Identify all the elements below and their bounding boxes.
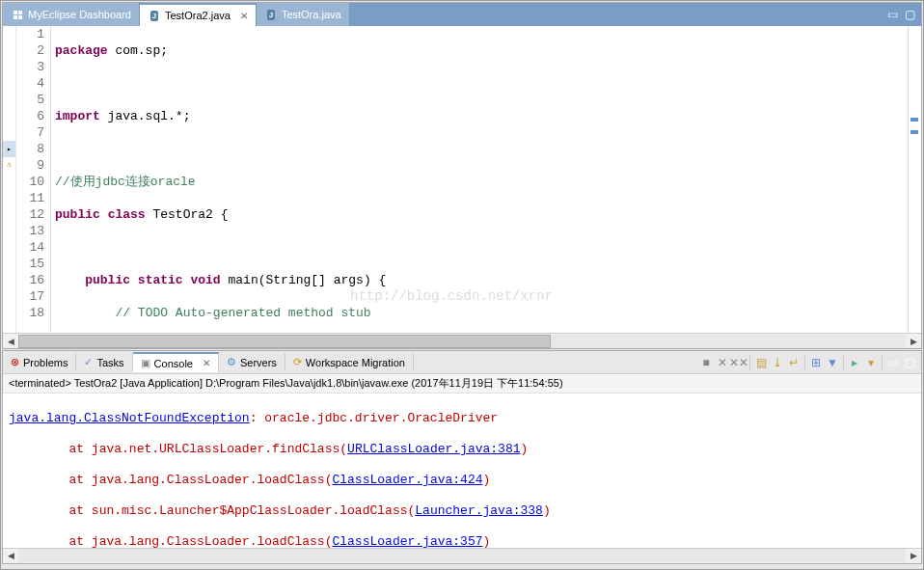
console-header: <terminated> TestOra2 [Java Application]… <box>3 374 921 394</box>
stacktrace-link[interactable]: Launcher.java:338 <box>415 503 543 518</box>
view-tab-servers[interactable]: ⚙ Servers <box>219 353 285 371</box>
scroll-lock-button[interactable]: ⤓ <box>770 355 785 370</box>
display-selected-button[interactable]: ▼ <box>825 355 840 370</box>
stacktrace-link[interactable]: ClassLoader.java:357 <box>332 534 482 548</box>
remove-all-button[interactable]: ✕✕ <box>731 355 747 370</box>
code-editor[interactable]: ▸ ⚠ 123 456 789 101112 131415 161718 pac… <box>3 26 921 333</box>
view-tab-tasks[interactable]: ✓ Tasks <box>76 353 132 371</box>
new-console-button[interactable]: ▾ <box>863 355 879 370</box>
terminate-button[interactable]: ■ <box>698 355 714 370</box>
tab-label: TestOra.java <box>282 9 341 20</box>
open-console-button[interactable]: ▸ <box>847 355 862 370</box>
code-content[interactable]: package com.sp; import java.sql.*; //使用j… <box>51 26 908 333</box>
view-tab-migration[interactable]: ⟳ Workspace Migration <box>285 353 414 371</box>
views-tab-bar: ⊗ Problems ✓ Tasks ▣ Console ✕ ⚙ Servers… <box>3 351 921 374</box>
horizontal-scrollbar[interactable]: ◀ ▶ <box>3 333 921 348</box>
problems-icon: ⊗ <box>11 356 19 368</box>
tasks-icon: ✓ <box>84 356 93 368</box>
close-icon[interactable]: ✕ <box>240 11 248 21</box>
pin-console-button[interactable]: ⊞ <box>808 355 824 370</box>
tab-label: MyEclipse Dashboard <box>28 9 131 20</box>
editor-tab-bar: MyEclipse Dashboard J TestOra2.java ✕ J … <box>3 3 921 26</box>
view-tab-problems[interactable]: ⊗ Problems <box>3 353 76 371</box>
views-pane: ⊗ Problems ✓ Tasks ▣ Console ✕ ⚙ Servers… <box>2 350 922 564</box>
console-icon: ▣ <box>141 357 150 369</box>
marker-column: ▸ ⚠ <box>3 26 16 333</box>
dashboard-icon <box>11 8 24 21</box>
tab-testora2[interactable]: J TestOra2.java ✕ <box>140 3 257 26</box>
scroll-left-icon[interactable]: ◀ <box>3 335 18 348</box>
scroll-left-icon[interactable]: ◀ <box>3 549 18 562</box>
scroll-track[interactable] <box>18 549 906 562</box>
maximize-view-button[interactable]: ▢ <box>902 355 917 370</box>
watermark-text: http://blog.csdn.net/xrnr <box>350 288 553 305</box>
minimize-view-button[interactable]: ▭ <box>885 355 901 370</box>
exception-link[interactable]: java.lang.ClassNotFoundException <box>9 411 250 425</box>
java-file-icon: J <box>264 8 278 21</box>
warning-marker-icon[interactable]: ⚠ <box>3 157 15 174</box>
stacktrace-link[interactable]: URLClassLoader.java:381 <box>347 442 520 456</box>
close-icon[interactable]: ✕ <box>203 358 210 368</box>
console-horizontal-scrollbar[interactable]: ◀ ▶ <box>3 548 921 563</box>
migration-icon: ⟳ <box>293 356 302 368</box>
clear-console-button[interactable]: ▤ <box>753 355 769 370</box>
scroll-track[interactable] <box>18 335 906 348</box>
java-file-icon: J <box>148 9 161 22</box>
tab-testora[interactable]: J TestOra.java <box>257 3 350 26</box>
editor-pane: MyEclipse Dashboard J TestOra2.java ✕ J … <box>2 2 922 349</box>
console-output[interactable]: java.lang.ClassNotFoundException: oracle… <box>3 394 921 548</box>
remove-launch-button[interactable]: ✕ <box>715 355 730 370</box>
word-wrap-button[interactable]: ↵ <box>786 355 802 370</box>
scroll-right-icon[interactable]: ▶ <box>906 549 921 562</box>
minimize-button[interactable]: ▭ <box>884 7 900 22</box>
overview-ruler[interactable] <box>908 26 921 333</box>
servers-icon: ⚙ <box>227 356 236 368</box>
maximize-button[interactable]: ▢ <box>902 7 917 22</box>
line-number-gutter: 123 456 789 101112 131415 161718 <box>16 26 51 333</box>
fold-marker-icon[interactable]: ▸ <box>3 141 15 157</box>
scroll-right-icon[interactable]: ▶ <box>906 335 921 348</box>
tab-label: TestOra2.java <box>165 10 231 21</box>
tab-dashboard[interactable]: MyEclipse Dashboard <box>3 3 140 26</box>
stacktrace-link[interactable]: ClassLoader.java:424 <box>332 473 482 487</box>
scroll-thumb[interactable] <box>18 335 551 348</box>
view-tab-console[interactable]: ▣ Console ✕ <box>133 352 219 372</box>
